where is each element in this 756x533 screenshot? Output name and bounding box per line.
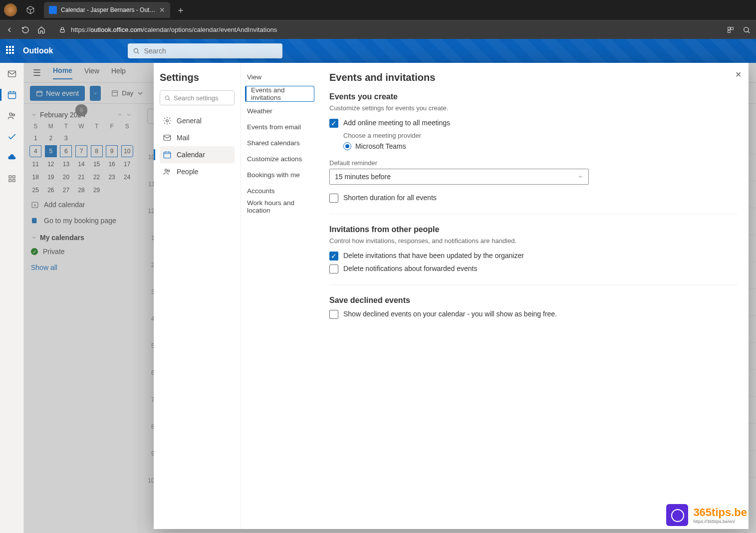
svg-rect-2: [731, 27, 734, 29]
nav-label: Calendar: [177, 151, 205, 159]
subnav-customize-actions[interactable]: Customize actions: [241, 151, 318, 167]
back-icon[interactable]: [5, 25, 14, 34]
option-delete-updated[interactable]: ✓ Delete invitations that have been upda…: [329, 252, 738, 261]
svg-rect-1: [728, 27, 731, 29]
onedrive-rail-icon[interactable]: [6, 152, 18, 164]
nav-label: People: [177, 168, 199, 176]
svg-rect-6: [8, 71, 15, 77]
browser-tab[interactable]: Calendar - Jasper Bernaers - Out… ✕: [44, 2, 170, 18]
option-online-meeting[interactable]: ✓ Add online meeting to all meetings: [329, 119, 738, 128]
svg-rect-12: [9, 180, 11, 182]
search-icon: [133, 47, 140, 54]
address-bar[interactable]: https://outlook.office.com/calendar/opti…: [53, 23, 719, 37]
settings-search[interactable]: Search settings: [160, 90, 235, 105]
svg-rect-10: [9, 176, 11, 178]
svg-point-5: [134, 48, 138, 52]
svg-point-9: [12, 114, 14, 116]
svg-point-8: [9, 113, 12, 115]
svg-rect-7: [8, 92, 15, 98]
watermark-brand: 365tips.be: [693, 506, 747, 519]
provider-group: Choose a meeting provider Microsoft Team…: [343, 132, 738, 150]
svg-point-20: [166, 120, 169, 122]
dialog-close-button[interactable]: ✕: [735, 70, 742, 79]
svg-rect-13: [12, 180, 15, 182]
outlook-favicon: [49, 6, 57, 14]
subnav-accounts[interactable]: Accounts: [241, 183, 318, 199]
option-shorten-duration[interactable]: Shorten duration for all events: [329, 194, 738, 203]
settings-nav-general[interactable]: General: [160, 112, 235, 129]
select-value: 15 minutes before: [335, 173, 391, 181]
section-subtitle: Control how invitations, responses, and …: [329, 237, 738, 245]
nav-label: Mail: [177, 134, 190, 142]
mail-rail-icon[interactable]: [6, 68, 18, 80]
section-subtitle: Customize settings for events you create…: [329, 104, 738, 112]
calendar-icon: [163, 150, 172, 159]
svg-rect-0: [60, 29, 64, 32]
zoom-icon[interactable]: [742, 25, 751, 34]
chevron-down-icon: [577, 174, 583, 180]
people-rail-icon[interactable]: [6, 110, 18, 122]
default-reminder-select[interactable]: 15 minutes before: [329, 169, 589, 185]
settings-nav-primary: Settings Search settings General Mail Ca…: [154, 63, 241, 529]
subnav-view[interactable]: View: [241, 69, 318, 85]
svg-rect-11: [12, 176, 15, 178]
svg-point-19: [165, 96, 169, 100]
watermark-url: https://365tips.be/en/: [693, 519, 747, 524]
tab-title: Calendar - Jasper Bernaers - Out…: [61, 6, 155, 13]
profile-avatar[interactable]: [4, 3, 17, 16]
todo-rail-icon[interactable]: [6, 131, 18, 143]
svg-rect-22: [164, 152, 171, 158]
app-name: Outlook: [23, 46, 53, 55]
checkbox-checked-icon[interactable]: ✓: [329, 252, 338, 261]
svg-rect-21: [164, 135, 171, 141]
checkbox-unchecked-icon[interactable]: [329, 265, 338, 273]
section-header-invitations: Invitations from other people: [329, 225, 738, 234]
global-search[interactable]: [128, 43, 282, 58]
browser-tab-strip: Calendar - Jasper Bernaers - Out… ✕ ＋: [0, 0, 756, 20]
subnav-bookings[interactable]: Bookings with me: [241, 167, 318, 183]
app-viewport: Outlook ☰ Home View Help New event: [0, 39, 756, 533]
subnav-shared-calendars[interactable]: Shared calendars: [241, 135, 318, 151]
search-input[interactable]: [144, 47, 277, 55]
svg-rect-3: [728, 30, 731, 32]
settings-nav-people[interactable]: People: [160, 163, 235, 180]
calendar-rail-icon[interactable]: [6, 89, 18, 101]
lock-icon: [58, 25, 67, 34]
new-tab-button[interactable]: ＋: [176, 4, 185, 16]
subnav-weather[interactable]: Weather: [241, 103, 318, 119]
url-text: https://outlook.office.com/calendar/opti…: [71, 26, 277, 33]
provider-radio-teams[interactable]: Microsoft Teams: [343, 142, 738, 150]
app-launcher-icon[interactable]: [6, 46, 16, 56]
left-rail: [0, 63, 24, 533]
extensions-icon[interactable]: [726, 25, 735, 34]
close-tab-icon[interactable]: ✕: [159, 6, 165, 14]
refresh-icon[interactable]: [21, 25, 30, 34]
home-icon[interactable]: [37, 25, 46, 34]
search-icon: [164, 95, 171, 101]
settings-title: Settings: [160, 72, 235, 83]
panel-title: Events and invitations: [329, 72, 738, 83]
checkbox-unchecked-icon[interactable]: [329, 194, 338, 203]
people-icon: [163, 167, 172, 176]
option-delete-forwarded[interactable]: Delete notifications about forwarded eve…: [329, 265, 738, 273]
gear-icon: [163, 116, 172, 125]
settings-dialog: Settings Search settings General Mail Ca…: [154, 63, 749, 529]
settings-nav-calendar[interactable]: Calendar: [160, 146, 235, 163]
mail-icon: [163, 133, 172, 142]
reminder-label: Default reminder: [329, 159, 738, 167]
subnav-events-invitations[interactable]: Events and invitations: [245, 86, 314, 102]
watermark-badge-icon: [666, 504, 688, 526]
checkbox-checked-icon[interactable]: ✓: [329, 119, 338, 128]
option-show-declined[interactable]: Show declined events on your calendar - …: [329, 310, 738, 319]
more-apps-rail-icon[interactable]: [6, 173, 18, 185]
workspaces-icon[interactable]: [24, 3, 37, 16]
option-label: Shorten duration for all events: [343, 194, 437, 202]
option-label: Delete invitations that have been update…: [343, 252, 524, 260]
subnav-events-from-email[interactable]: Events from email: [241, 119, 318, 135]
provider-label: Choose a meeting provider: [343, 132, 738, 139]
radio-selected-icon[interactable]: [343, 142, 351, 150]
svg-point-23: [165, 169, 168, 172]
subnav-work-hours[interactable]: Work hours and location: [241, 199, 318, 215]
settings-nav-mail[interactable]: Mail: [160, 129, 235, 146]
checkbox-unchecked-icon[interactable]: [329, 310, 338, 319]
